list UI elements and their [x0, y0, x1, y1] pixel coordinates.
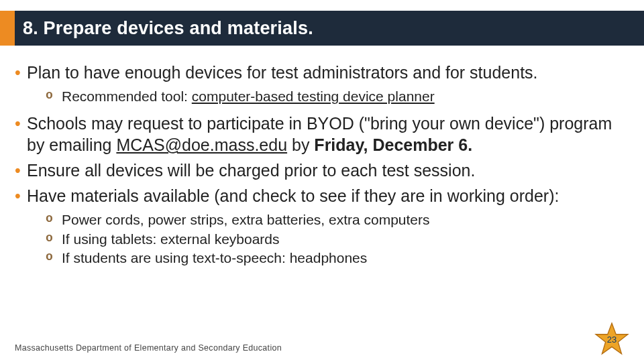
footer-text: Massachusetts Department of Elementary a…	[15, 343, 282, 353]
slide-title: 8. Prepare devices and materials.	[23, 18, 313, 39]
sub-list: Recommended tool: computer-based testing…	[46, 87, 629, 106]
deadline-bold: Friday, December 6.	[314, 135, 472, 154]
sub-item: Recommended tool: computer-based testing…	[46, 87, 629, 106]
bullet-item: Ensure all devices will be charged prior…	[15, 160, 629, 181]
title-background: 8. Prepare devices and materials.	[15, 11, 644, 46]
accent-block	[0, 11, 15, 46]
bullet-item: Plan to have enough devices for test adm…	[15, 62, 629, 106]
sub-item: If using tablets: external keyboards	[46, 230, 629, 249]
bullet-item: Have materials available (and check to s…	[15, 185, 629, 267]
bullet-mid: by	[287, 135, 314, 154]
sub-text: Power cords, power strips, extra batteri…	[62, 212, 430, 227]
title-bar: 8. Prepare devices and materials.	[0, 11, 644, 46]
bullet-list: Plan to have enough devices for test adm…	[15, 62, 629, 267]
sub-text: If students are using text-to-speech: he…	[62, 250, 367, 265]
bullet-text: Plan to have enough devices for test adm…	[27, 63, 538, 82]
slide: 8. Prepare devices and materials. Plan t…	[0, 0, 644, 362]
page-star: 23	[594, 322, 629, 357]
sub-prefix: Recommended tool:	[62, 88, 192, 104]
sub-list: Power cords, power strips, extra batteri…	[46, 210, 629, 267]
slide-body: Plan to have enough devices for test adm…	[15, 62, 629, 274]
bullet-text: Ensure all devices will be charged prior…	[27, 161, 475, 180]
sub-text: If using tablets: external keyboards	[62, 231, 280, 247]
email-link[interactable]: MCAS@doe.mass.edu	[116, 135, 287, 154]
sub-item: If students are using text-to-speech: he…	[46, 249, 629, 267]
page-number: 23	[607, 335, 616, 345]
bullet-item: Schools may request to participate in BY…	[15, 113, 629, 156]
sub-item: Power cords, power strips, extra batteri…	[46, 210, 629, 229]
bullet-text: Have materials available (and check to s…	[27, 186, 559, 205]
tool-link[interactable]: computer-based testing device planner	[192, 88, 435, 104]
